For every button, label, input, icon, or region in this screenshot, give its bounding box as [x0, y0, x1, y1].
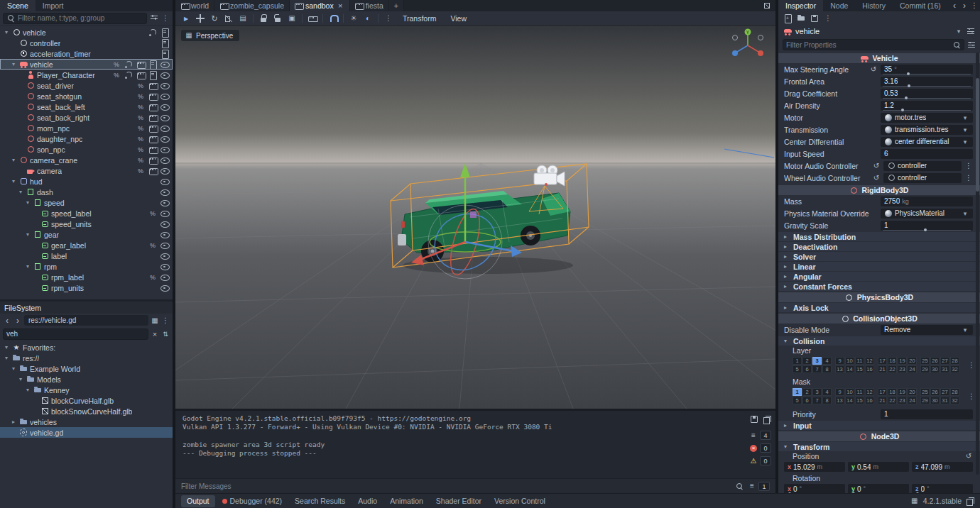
group-solver[interactable]: ▸Solver	[778, 252, 980, 261]
tree-item-rpm-units[interactable]: rpm_units	[0, 282, 173, 293]
group-linear[interactable]: ▸Linear	[778, 262, 980, 271]
nav-back-icon[interactable]	[3, 316, 11, 325]
mask-cell-11[interactable]: 11	[855, 388, 864, 396]
close-icon[interactable]	[337, 1, 344, 10]
mask-cell-19[interactable]: 19	[898, 388, 907, 396]
percent-icon[interactable]	[148, 209, 157, 218]
filter-options-icon[interactable]	[150, 14, 158, 23]
percent-icon[interactable]	[112, 60, 121, 69]
eye-icon[interactable]	[160, 145, 169, 154]
mask-cell-9[interactable]: 9	[835, 388, 844, 396]
tree-item-player-character[interactable]: Player_Character	[0, 70, 173, 80]
scene-tab-zombie-capsule[interactable]: zombie_capsule	[214, 0, 290, 11]
property-value-field[interactable]: 2750kg	[881, 197, 973, 206]
add-scene-tab[interactable]: +	[389, 0, 404, 11]
property-value-field[interactable]: motor.tres	[881, 113, 973, 123]
eye-icon[interactable]	[160, 241, 169, 250]
expand-arrow-icon[interactable]: ▾	[10, 155, 17, 165]
clear-filter-icon[interactable]	[151, 330, 159, 338]
expand-arrow-icon[interactable]: ▾	[10, 176, 17, 187]
layer-cell-16[interactable]: 16	[865, 365, 874, 373]
copy-log-icon[interactable]	[763, 415, 771, 424]
tree-item-favorites[interactable]: ▾Favorites:	[0, 342, 173, 353]
script-icon[interactable]	[160, 39, 169, 48]
eye-icon[interactable]	[160, 263, 169, 271]
expand-arrow-icon[interactable]: ▾	[10, 59, 17, 70]
property-value-field[interactable]: 1	[881, 409, 973, 419]
tree-item-mom-npc[interactable]: mom_npc	[0, 123, 173, 133]
mask-cell-31[interactable]: 31	[940, 397, 949, 404]
dots-icon[interactable]	[964, 162, 973, 170]
rotation-x-field[interactable]: x0°	[784, 484, 845, 493]
tree-item-blocksnowcurvehalf-glb[interactable]: blockSnowCurveHalf.glb	[0, 406, 173, 416]
filesystem-menu-icon[interactable]	[161, 316, 170, 325]
layer-cell-24[interactable]: 24	[908, 365, 917, 373]
eye-icon[interactable]	[160, 273, 169, 282]
nav-forward-icon[interactable]	[13, 316, 22, 325]
tree-item-vehicle-gd[interactable]: vehicle.gd	[0, 427, 173, 438]
percent-icon[interactable]	[148, 273, 157, 282]
slider-grabber[interactable]	[907, 72, 910, 75]
property-value-field[interactable]: 1.2	[881, 101, 973, 111]
percent-icon[interactable]	[148, 241, 157, 250]
tree-item-vehicle[interactable]: ▾vehicle	[0, 59, 173, 70]
bottom-tab-search-results[interactable]: Search Results	[289, 495, 351, 507]
mask-cell-28[interactable]: 28	[950, 388, 959, 396]
layer-cell-23[interactable]: 23	[898, 365, 907, 373]
film-icon[interactable]	[148, 124, 157, 133]
lock-tool-icon[interactable]	[259, 14, 268, 23]
tree-item-rpm[interactable]: ▾rpm	[0, 261, 173, 272]
layer-cell-3[interactable]: 3	[812, 357, 822, 365]
tree-item-seat-back-left[interactable]: seat_back_left	[0, 101, 173, 112]
mask-cell-6[interactable]: 6	[802, 397, 812, 404]
mask-cell-5[interactable]: 5	[793, 397, 802, 404]
expand-arrow-icon[interactable]: ▾	[17, 374, 24, 385]
bottom-tab-animation[interactable]: Animation	[384, 495, 429, 507]
script-icon[interactable]	[148, 60, 157, 69]
mask-cell-15[interactable]: 15	[855, 397, 864, 404]
chevdown-icon[interactable]	[961, 209, 969, 218]
inspector-filter-field[interactable]	[783, 39, 964, 50]
layer-cell-31[interactable]: 31	[940, 365, 949, 373]
layer-cell-26[interactable]: 26	[930, 357, 940, 365]
scene-filter-field[interactable]	[3, 13, 147, 24]
tree-item-vehicles[interactable]: ▸vehicles	[0, 416, 173, 427]
collapse-duplicates-badge[interactable]: 1	[748, 482, 770, 491]
expand-arrow-icon[interactable]: ▾	[24, 385, 31, 395]
slider-grabber[interactable]	[788, 492, 791, 494]
output-badge-messages[interactable]: 4	[749, 431, 771, 440]
chevleft2-icon[interactable]	[950, 1, 959, 10]
property-value-field[interactable]: controller	[883, 161, 962, 171]
layer-cell-17[interactable]: 17	[878, 357, 887, 365]
category-node3d[interactable]: Node3D	[778, 431, 980, 441]
position-x-field[interactable]: x15.029m	[784, 462, 845, 472]
chevdown-icon[interactable]	[961, 138, 969, 146]
copy-version-icon[interactable]	[966, 497, 974, 505]
position-y-field[interactable]: y0.54m	[848, 462, 909, 472]
tree-item-speed-label[interactable]: speed_label	[0, 208, 173, 219]
distraction-free-icon[interactable]	[763, 1, 771, 10]
tree-item-kenney[interactable]: ▾Kenney	[0, 385, 173, 395]
output-filter-input[interactable]	[181, 482, 731, 490]
eye-icon[interactable]	[160, 220, 169, 228]
tree-item-rpm-label[interactable]: rpm_label	[0, 272, 173, 282]
film-icon[interactable]	[148, 82, 157, 90]
select-tool-icon[interactable]	[182, 14, 190, 23]
group-tool-icon[interactable]	[288, 14, 296, 23]
tree-item-example-world[interactable]: ▾Example World	[0, 363, 173, 374]
property-value-field[interactable]: transmission.tres	[881, 125, 973, 135]
script-icon[interactable]	[160, 28, 169, 37]
scene-tab-world[interactable]: world	[175, 0, 214, 11]
group-input[interactable]: ▸Input	[778, 421, 980, 430]
property-value-field[interactable]: 6	[881, 149, 973, 159]
bottom-tab-debugger-442[interactable]: Debugger (442)	[217, 495, 288, 507]
film-icon[interactable]	[148, 114, 157, 122]
group-mass-distribution[interactable]: ▸Mass Distribution	[778, 232, 980, 241]
layer-cell-13[interactable]: 13	[835, 365, 844, 373]
chevdown-icon[interactable]	[961, 126, 969, 134]
layer-cell-25[interactable]: 25	[920, 357, 930, 365]
filesystem-filter-field[interactable]	[3, 328, 148, 340]
slider-grabber[interactable]	[916, 492, 919, 494]
mask-cell-30[interactable]: 30	[930, 397, 940, 404]
mask-cell-17[interactable]: 17	[878, 388, 887, 396]
